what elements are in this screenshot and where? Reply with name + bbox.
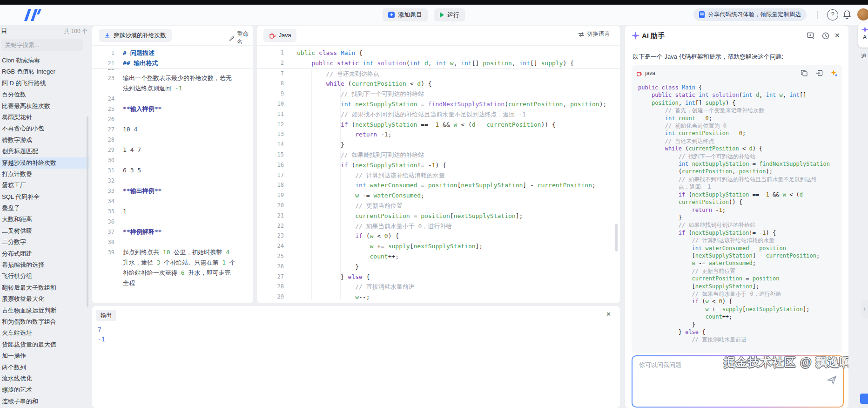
sidebar-item[interactable]: 番茄编辑的选择 — [0, 259, 89, 271]
code-line: 24 w += supply[nextSupplyStation]; — [257, 241, 620, 252]
edge-blue-widget[interactable] — [860, 394, 868, 404]
ai-floating-badge[interactable]: A — [858, 23, 868, 48]
code-line: 12 if (nextSupplyStation == -1 && w < (d… — [257, 120, 620, 130]
problem-tab[interactable]: 穿越沙漠的补给次数 — [99, 29, 172, 42]
app-logo-icon[interactable] — [21, 8, 44, 22]
sidebar-item[interactable]: 暴雨梨花针 — [0, 112, 89, 123]
new-chat-icon[interactable] — [807, 32, 815, 40]
send-icon[interactable] — [827, 375, 837, 385]
java-icon — [636, 70, 642, 76]
code-line: 27 } else { — [257, 272, 620, 282]
search-box[interactable] — [1, 39, 83, 51]
sidebar-item[interactable]: 货船载货量的最大值 — [0, 339, 89, 350]
sidebar-title: 目 — [1, 27, 7, 35]
sidebar-item[interactable]: 和为偶数的数字组合 — [0, 316, 89, 327]
sparkle-icon — [861, 26, 868, 33]
md-row: 30 — [92, 155, 253, 165]
code-line: 20 // 更新当前位置 — [257, 201, 620, 211]
code-line: 29 w--; — [257, 292, 620, 302]
sidebar-item[interactable]: 股票收益最大化 — [0, 293, 89, 305]
top-bar: + 添加题目 运行 分享代码练习体验，领限量定制周边 ? — [0, 5, 868, 25]
md-row: 25**输入样例** — [92, 104, 253, 114]
md-row: 36 — [92, 217, 253, 227]
code-line: 15 // 如果能找到可到达的补给站 — [257, 150, 620, 160]
language-tab-label: Java — [279, 32, 291, 39]
problem-tabbar: 穿越沙漠的补给次数 重命名 — [92, 26, 253, 46]
sidebar-item[interactable]: 翻转后最大子数组和 — [0, 282, 89, 293]
search-input[interactable] — [1, 39, 91, 51]
sidebar-item[interactable]: 大数和距离 — [0, 214, 89, 225]
sidebar-item[interactable]: 比赛最高获胜次数 — [0, 101, 89, 112]
pencil-icon — [229, 35, 235, 41]
sidebar-item[interactable]: 古生物血缘远近判断 — [0, 305, 89, 316]
sidebar-item[interactable]: 两个数列 — [0, 362, 89, 373]
md-row: 26 — [92, 114, 253, 124]
editor-scrollbar[interactable] — [615, 224, 618, 252]
md-row: 法到达终点则返回 -1 — [92, 83, 253, 94]
output-tab[interactable]: 输出 — [96, 310, 116, 321]
sidebar-item[interactable]: 不再贪心的小包 — [0, 123, 89, 134]
sidebar-item[interactable]: 百分位数 — [0, 89, 89, 100]
md-row: 34 — [92, 196, 253, 206]
run-button[interactable]: 运行 — [434, 8, 465, 21]
code-line: 19 w -= waterConsumed; — [257, 190, 620, 201]
problem-count: 共 100 个 — [64, 27, 87, 35]
switch-language-label: 切换语言 — [587, 30, 610, 38]
sidebar-item[interactable]: 分布式团建 — [0, 248, 89, 259]
sidebar-item[interactable]: Cion 勒索病毒 — [0, 55, 89, 66]
sidebar-item[interactable]: 穿越沙漠的补给次数 — [0, 157, 89, 169]
problem-content[interactable]: 1# 问题描述21## 输出格式 22 23输出一个整数表示最少的补给次数，若无… — [92, 46, 253, 303]
ai-code-block[interactable]: public class Main { public static int so… — [638, 84, 840, 353]
ai-message: 以下是一个 Java 代码框架和提示，帮助您解决这个问题: — [632, 53, 783, 61]
collapse-chevron-icon[interactable]: › — [861, 300, 868, 318]
switch-language-button[interactable]: 切换语言 — [578, 30, 610, 38]
sidebar-header: 目 共 100 个 — [1, 27, 87, 35]
code-line: 2 public static int solution(int d, int … — [257, 58, 620, 68]
ai-header: AI 助手 ✕ — [625, 26, 848, 46]
play-icon — [440, 12, 444, 18]
add-problem-button[interactable]: + 添加题目 — [383, 8, 428, 21]
code-sticky-lines: 1ublic class Main {2 public static int s… — [257, 46, 620, 69]
ai-card-header: java — [632, 65, 842, 81]
watermark: 掘金技术社区 @ 飘逸啊 — [724, 354, 848, 370]
share-campaign-button[interactable]: 分享代码练习体验，领限量定制周边 — [693, 8, 807, 21]
topbar-divider — [817, 11, 818, 19]
rename-button[interactable]: 重命名 — [229, 30, 253, 46]
close-ai-icon[interactable]: ✕ — [834, 32, 843, 40]
run-label: 运行 — [447, 11, 459, 19]
md-row: 38 — [92, 237, 253, 247]
sidebar-scrollbar[interactable] — [87, 116, 88, 307]
language-tab-java[interactable]: Java — [263, 29, 296, 42]
sidebar-item[interactable]: 阿 D 的飞行路线 — [0, 78, 89, 89]
code-line: 26 } — [257, 262, 620, 272]
code-line: 23 if (w < 0) { — [257, 231, 620, 241]
rename-label: 重命名 — [237, 30, 253, 46]
java-icon — [269, 32, 276, 39]
sidebar-item[interactable]: 打点计数器 — [0, 169, 89, 180]
edge-partial-text: 迫 — [861, 52, 867, 60]
sidebar-item[interactable]: 流水线优化 — [0, 373, 89, 384]
sidebar-item[interactable]: 火车站选址 — [0, 327, 89, 339]
user-avatar[interactable] — [857, 8, 868, 20]
sidebar-item[interactable]: RGB 色值转 Integer — [0, 66, 89, 77]
sidebar-item[interactable]: 加一操作 — [0, 350, 89, 361]
sidebar-item[interactable]: 创意标题匹配 — [0, 146, 89, 157]
help-icon[interactable]: ? — [827, 9, 838, 20]
magic-sparkle-icon[interactable] — [830, 69, 838, 77]
sidebar-item[interactable]: 飞行棋分组 — [0, 271, 89, 282]
problem-sticky-headings: 1# 问题描述21## 输出格式 — [92, 46, 253, 69]
sidebar-item[interactable]: SQL 代码补全 — [0, 191, 89, 203]
close-output-icon[interactable]: ✕ — [606, 311, 611, 318]
insert-code-icon[interactable] — [815, 69, 823, 77]
sidebar-item[interactable]: 二分数字 — [0, 237, 89, 248]
copy-icon[interactable] — [801, 69, 808, 77]
history-icon[interactable] — [821, 32, 830, 40]
sidebar-item[interactable]: 蛋糕工厂 — [0, 180, 89, 191]
sidebar-item[interactable]: 猜数字游戏 — [0, 135, 89, 146]
sidebar-item[interactable]: 叠盘子 — [0, 203, 89, 214]
notification-bell-icon[interactable] — [841, 9, 853, 20]
sidebar-item[interactable]: 连续子串的和 — [0, 396, 89, 407]
code-content[interactable]: 1ublic class Main {2 public static int s… — [257, 46, 620, 303]
sidebar-item[interactable]: 螺旋的艺术 — [0, 384, 89, 395]
sidebar-item[interactable]: 二叉树供暖 — [0, 225, 89, 237]
